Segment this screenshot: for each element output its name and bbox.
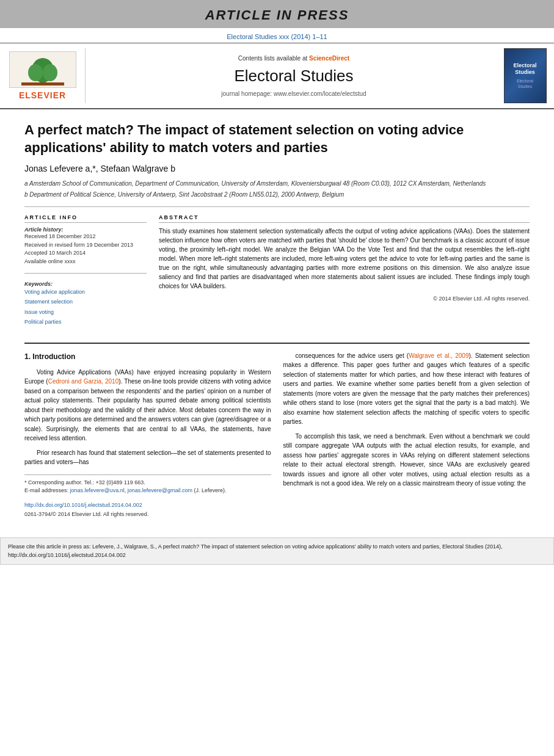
keyword-4[interactable]: Political parties	[24, 317, 147, 327]
divider-1	[24, 206, 530, 207]
intro-para1: Voting Advice Applications (VAAs) have e…	[24, 368, 271, 443]
history-label: Article history:	[24, 227, 147, 233]
elsevier-logo: ELSEVIER	[6, 48, 86, 103]
body-divider	[24, 343, 530, 344]
body-right-para1: consequences for the advice users get (W…	[283, 351, 530, 427]
cover-image: Electoral Studies ElectoralStudies	[504, 48, 547, 103]
doi-link[interactable]: http://dx.doi.org/10.1016/j.electstud.20…	[24, 501, 271, 510]
intro-title: 1. Introduction	[24, 351, 271, 363]
svg-point-2	[28, 64, 43, 81]
issn-text: 0261-3794/© 2014 Elsevier Ltd. All right…	[24, 511, 271, 519]
footnotes: * Corresponding author. Tel.: +32 (0)489…	[24, 474, 271, 495]
body-section: 1. Introduction Voting Advice Applicatio…	[24, 351, 530, 519]
body-right-para2: To accomplish this task, we need a bench…	[283, 432, 530, 489]
abstract-text: This study examines how statement select…	[159, 227, 530, 291]
email-2-link[interactable]: jonas.lefevere@gmail.com	[128, 487, 192, 493]
elsevier-wordmark: ELSEVIER	[19, 90, 66, 100]
affiliation-a: a Amsterdam School of Communication, Dep…	[24, 180, 530, 188]
abstract-col: ABSTRACT This study examines how stateme…	[159, 214, 530, 333]
journal-cover: Electoral Studies ElectoralStudies	[502, 48, 548, 103]
affiliation-b: b Department of Political Science, Unive…	[24, 191, 530, 199]
info-abstract-section: ARTICLE INFO Article history: Received 1…	[24, 214, 530, 333]
keyword-2[interactable]: Statement selection	[24, 297, 147, 307]
keywords-list: Voting advice application Statement sele…	[24, 287, 147, 327]
keywords-label: Keywords:	[24, 281, 147, 287]
article-title: A perfect match? The impact of statement…	[24, 122, 530, 156]
copyright: © 2014 Elsevier Ltd. All rights reserved…	[159, 296, 530, 302]
cedroni-link[interactable]: Cedroni and Garzia, 2010	[48, 378, 119, 385]
walgrave-link[interactable]: Walgrave et al., 2009	[409, 352, 468, 359]
available-online: Available online xxxx	[24, 258, 147, 266]
footnote-corresponding: * Corresponding author. Tel.: +32 (0)489…	[24, 479, 271, 487]
logo-art	[9, 51, 76, 88]
sciencedirect-link[interactable]: ScienceDirect	[309, 55, 349, 62]
header-section: ELSEVIER Contents lists available at Sci…	[0, 43, 554, 109]
journal-center: Contents lists available at ScienceDirec…	[86, 48, 502, 103]
accepted: Accepted 10 March 2014	[24, 249, 147, 258]
intro-para2: Prior research has found that statement …	[24, 448, 271, 467]
aip-banner: ARTICLE IN PRESS	[0, 0, 554, 28]
body-col-left: 1. Introduction Voting Advice Applicatio…	[24, 351, 271, 519]
author-names: Jonas Lefevere a,*, Stefaan Walgrave b	[24, 164, 175, 173]
email-suffix: (J. Lefevere).	[194, 487, 226, 493]
keywords-group: Keywords: Voting advice application Stat…	[24, 281, 147, 327]
authors: Jonas Lefevere a,*, Stefaan Walgrave b	[24, 164, 530, 173]
sciencedirect-line: Contents lists available at ScienceDirec…	[238, 55, 349, 62]
cover-subtitle: ElectoralStudies	[517, 78, 533, 89]
email-label: E-mail addresses:	[24, 487, 68, 493]
received-1: Received 18 December 2012	[24, 233, 147, 241]
abstract-heading: ABSTRACT	[159, 214, 530, 223]
history-group: Article history: Received 18 December 20…	[24, 227, 147, 266]
article-info-heading: ARTICLE INFO	[24, 214, 147, 223]
journal-homepage: journal homepage: www.elsevier.com/locat…	[221, 90, 366, 97]
journal-title: Electoral Studies	[234, 67, 353, 85]
doi-section: http://dx.doi.org/10.1016/j.electstud.20…	[24, 501, 271, 520]
page: ARTICLE IN PRESS Electoral Studies xxx (…	[0, 0, 554, 756]
received-revised: Received in revised form 19 December 201…	[24, 241, 147, 250]
citation-box: Please cite this article in press as: Le…	[0, 537, 554, 565]
aip-title: ARTICLE IN PRESS	[0, 7, 554, 23]
cover-title: Electoral Studies	[507, 62, 544, 76]
journal-ref: Electoral Studies xxx (2014) 1–11	[0, 31, 554, 43]
svg-point-3	[43, 64, 57, 81]
keyword-1[interactable]: Voting advice application	[24, 287, 147, 297]
footnote-email: E-mail addresses: jonas.lefevere@uva.nl,…	[24, 487, 271, 495]
divider-keywords	[24, 273, 147, 274]
email-1-link[interactable]: jonas.lefevere@uva.nl	[70, 487, 125, 493]
keyword-3[interactable]: Issue voting	[24, 307, 147, 317]
body-col-right: consequences for the advice users get (W…	[283, 351, 530, 519]
article-info-col: ARTICLE INFO Article history: Received 1…	[24, 214, 147, 333]
main-content: A perfect match? The impact of statement…	[0, 109, 554, 531]
users-text: users	[378, 352, 393, 359]
svg-rect-4	[21, 82, 64, 85]
